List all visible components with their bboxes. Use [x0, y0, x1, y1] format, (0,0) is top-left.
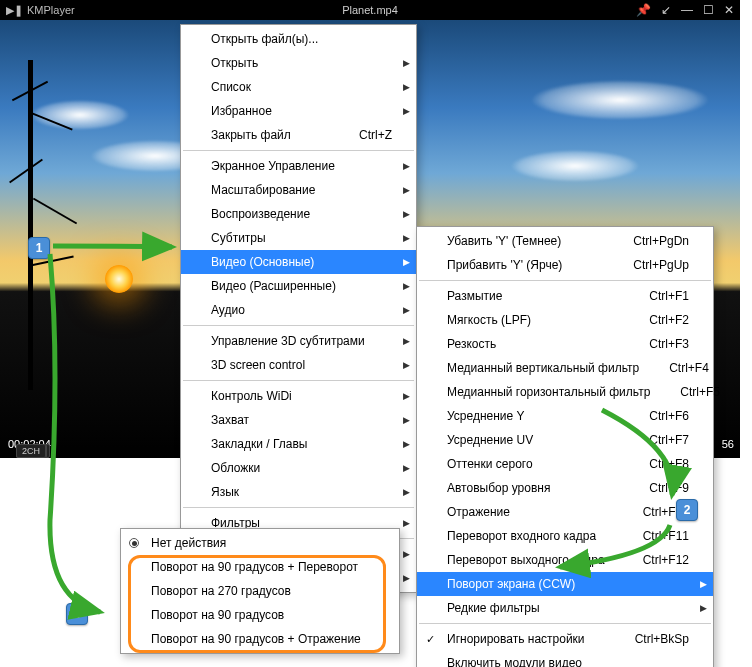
submenu-arrow-icon: ▶ — [403, 439, 410, 449]
submenu-arrow-icon: ▶ — [403, 82, 410, 92]
menu-item[interactable]: Усреднение UVCtrl+F7 — [417, 428, 713, 452]
submenu-arrow-icon: ▶ — [403, 106, 410, 116]
window-controls: 📌 ↙ — ☐ ✕ — [636, 3, 734, 17]
menu-label: Масштабирование — [211, 183, 315, 197]
submenu-arrow-icon: ▶ — [403, 487, 410, 497]
titlebar: ▶❚ KMPlayer Planet.mp4 📌 ↙ — ☐ ✕ — [0, 0, 740, 20]
menu-item[interactable]: Субтитры▶ — [181, 226, 416, 250]
menu-item[interactable]: Поворот на 90 градусов + Отражение — [121, 627, 399, 651]
submenu-arrow-icon: ▶ — [700, 579, 707, 589]
menu-item[interactable]: Включить модули видео — [417, 651, 713, 667]
tree — [0, 60, 90, 410]
menu-label: Поворот экрана (CCW) — [447, 577, 575, 591]
submenu-arrow-icon: ▶ — [403, 305, 410, 315]
menu-label: Медианный вертикальный фильтр — [447, 361, 639, 375]
menu-label: Видео (Основные) — [211, 255, 314, 269]
callout-1: 1 — [28, 237, 50, 259]
menu-label: Закрыть файл — [211, 128, 291, 142]
menu-item[interactable]: Переворот выходного кадраCtrl+F12 — [417, 548, 713, 572]
submenu-arrow-icon: ▶ — [403, 415, 410, 425]
menu-item[interactable]: Редкие фильтры▶ — [417, 596, 713, 620]
submenu-rotate[interactable]: Нет действияПоворот на 90 градусов + Пер… — [120, 528, 400, 654]
window-title: Planet.mp4 — [342, 4, 398, 16]
menu-item[interactable]: Обложки▶ — [181, 456, 416, 480]
menu-item[interactable]: Автовыбор уровняCtrl+F9 — [417, 476, 713, 500]
menu-item[interactable]: Контроль WiDi▶ — [181, 384, 416, 408]
menu-item[interactable]: Захват▶ — [181, 408, 416, 432]
menu-item[interactable]: РазмытиеCtrl+F1 — [417, 284, 713, 308]
menu-item[interactable]: Масштабирование▶ — [181, 178, 416, 202]
menu-item[interactable]: Управление 3D субтитрами▶ — [181, 329, 416, 353]
menu-item[interactable]: Открыть файл(ы)... — [181, 27, 416, 51]
callout-3: 3 — [66, 603, 88, 625]
maximize-icon[interactable]: ☐ — [703, 3, 714, 17]
menu-item[interactable]: Видео (Основные)▶ — [181, 250, 416, 274]
context-menu-main[interactable]: Открыть файл(ы)...Открыть▶Список▶Избранн… — [180, 24, 417, 593]
menu-label: Прибавить 'Y' (Ярче) — [447, 258, 562, 272]
menu-item[interactable]: Список▶ — [181, 75, 416, 99]
menu-item[interactable]: Медианный вертикальный фильтрCtrl+F4 — [417, 356, 713, 380]
menu-item[interactable]: Экранное Управление▶ — [181, 154, 416, 178]
cloud — [510, 150, 640, 182]
menu-label: Резкость — [447, 337, 496, 351]
menu-item[interactable]: Поворот на 90 градусов + Переворот — [121, 555, 399, 579]
menu-item[interactable]: Избранное▶ — [181, 99, 416, 123]
menu-label: Поворот на 270 градусов — [151, 584, 291, 598]
submenu-arrow-icon: ▶ — [403, 360, 410, 370]
compact-icon[interactable]: ↙ — [661, 3, 671, 17]
menu-item[interactable]: Переворот входного кадраCtrl+F11 — [417, 524, 713, 548]
menu-item[interactable]: Открыть▶ — [181, 51, 416, 75]
submenu-arrow-icon: ▶ — [403, 161, 410, 171]
menu-item[interactable]: Оттенки серогоCtrl+F8 — [417, 452, 713, 476]
shortcut: Ctrl+F1 — [619, 289, 689, 303]
menu-label: Воспроизведение — [211, 207, 310, 221]
menu-item[interactable]: Поворот на 90 градусов — [121, 603, 399, 627]
menu-item[interactable]: 3D screen control▶ — [181, 353, 416, 377]
pin-icon[interactable]: 📌 — [636, 3, 651, 17]
menu-item[interactable]: Нет действия — [121, 531, 399, 555]
shortcut: Ctrl+F6 — [619, 409, 689, 423]
menu-label: Захват — [211, 413, 249, 427]
menu-label: Отражение — [447, 505, 510, 519]
logo-icon: ▶❚ — [6, 4, 23, 17]
menu-item[interactable]: Прибавить 'Y' (Ярче)Ctrl+PgUp — [417, 253, 713, 277]
menu-item[interactable]: Закрыть файлCtrl+Z — [181, 123, 416, 147]
submenu-arrow-icon: ▶ — [700, 603, 707, 613]
channels-badge: 2CH — [16, 444, 46, 458]
submenu-arrow-icon: ▶ — [403, 391, 410, 401]
menu-item[interactable]: Воспроизведение▶ — [181, 202, 416, 226]
menu-label: Открыть — [211, 56, 258, 70]
menu-item[interactable]: ✓Игнорировать настройкиCtrl+BkSp — [417, 627, 713, 651]
menu-label: Открыть файл(ы)... — [211, 32, 318, 46]
menu-item[interactable]: Аудио▶ — [181, 298, 416, 322]
shortcut: Ctrl+PgDn — [603, 234, 689, 248]
submenu-video-basic[interactable]: Убавить 'Y' (Темнее)Ctrl+PgDnПрибавить '… — [416, 226, 714, 667]
shortcut: Ctrl+F4 — [639, 361, 709, 375]
minimize-icon[interactable]: — — [681, 3, 693, 17]
menu-label: Размытие — [447, 289, 502, 303]
menu-item[interactable]: Закладки / Главы▶ — [181, 432, 416, 456]
menu-item[interactable]: РезкостьCtrl+F3 — [417, 332, 713, 356]
shortcut: Ctrl+F2 — [619, 313, 689, 327]
menu-item[interactable]: Поворот экрана (CCW)▶ — [417, 572, 713, 596]
menu-label: 3D screen control — [211, 358, 305, 372]
close-icon[interactable]: ✕ — [724, 3, 734, 17]
sun — [105, 265, 133, 293]
menu-item[interactable]: Язык▶ — [181, 480, 416, 504]
menu-item[interactable]: Видео (Расширенные)▶ — [181, 274, 416, 298]
menu-label: Поворот на 90 градусов + Переворот — [151, 560, 358, 574]
menu-item[interactable]: Убавить 'Y' (Темнее)Ctrl+PgDn — [417, 229, 713, 253]
menu-item[interactable]: Мягкость (LPF)Ctrl+F2 — [417, 308, 713, 332]
menu-item[interactable]: Поворот на 270 градусов — [121, 579, 399, 603]
menu-item[interactable]: Медианный горизонтальный фильтрCtrl+F5 — [417, 380, 713, 404]
submenu-arrow-icon: ▶ — [403, 573, 410, 583]
app-name: KMPlayer — [27, 4, 75, 16]
menu-label: Закладки / Главы — [211, 437, 307, 451]
menu-item[interactable]: Усреднение YCtrl+F6 — [417, 404, 713, 428]
shortcut: Ctrl+Z — [329, 128, 392, 142]
check-icon: ✓ — [426, 633, 435, 646]
menu-label: Мягкость (LPF) — [447, 313, 531, 327]
radio-icon — [129, 538, 139, 548]
menu-item[interactable]: ОтражениеCtrl+F10 — [417, 500, 713, 524]
shortcut: Ctrl+F11 — [613, 529, 689, 543]
